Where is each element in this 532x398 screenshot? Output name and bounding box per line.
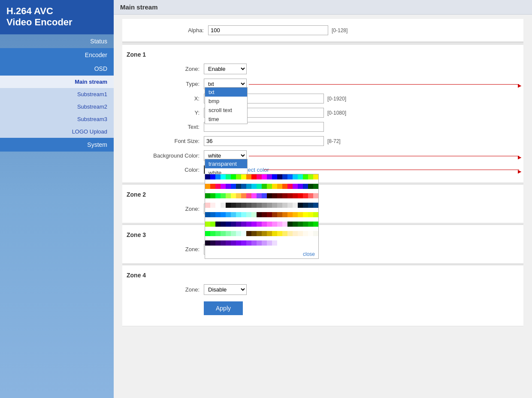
- color-cell[interactable]: [251, 222, 257, 227]
- zone1-fontsize-input[interactable]: [204, 136, 324, 146]
- color-cell[interactable]: [231, 231, 236, 236]
- color-cell[interactable]: [205, 184, 210, 189]
- color-cell[interactable]: [210, 193, 215, 198]
- color-cell[interactable]: [251, 184, 257, 189]
- color-cell[interactable]: [226, 212, 231, 217]
- sidebar-item-status[interactable]: Status: [0, 34, 114, 48]
- color-cell[interactable]: [308, 212, 313, 217]
- color-cell[interactable]: [272, 193, 277, 198]
- color-cell[interactable]: [262, 212, 267, 217]
- color-cell[interactable]: [303, 231, 308, 236]
- color-cell[interactable]: [215, 193, 221, 198]
- color-cell[interactable]: [282, 193, 287, 198]
- color-cell[interactable]: [251, 203, 257, 208]
- color-cell[interactable]: [282, 231, 287, 236]
- color-cell[interactable]: [210, 203, 215, 208]
- color-cell[interactable]: [251, 231, 257, 236]
- color-cell[interactable]: [313, 193, 318, 198]
- color-cell[interactable]: [215, 222, 221, 227]
- color-cell[interactable]: [221, 184, 226, 189]
- color-cell[interactable]: [205, 174, 210, 179]
- color-cell[interactable]: [303, 222, 308, 227]
- color-cell[interactable]: [277, 231, 282, 236]
- color-cell[interactable]: [246, 212, 251, 217]
- color-cell[interactable]: [246, 240, 251, 246]
- color-cell[interactable]: [262, 240, 267, 246]
- sidebar-item-main-stream[interactable]: Main stream: [0, 76, 114, 88]
- color-cell[interactable]: [277, 212, 282, 217]
- color-cell[interactable]: [282, 212, 287, 217]
- color-cell[interactable]: [205, 212, 210, 217]
- zone4-zone-select[interactable]: Disable Enable: [204, 284, 247, 295]
- color-cell[interactable]: [267, 203, 272, 208]
- color-cell[interactable]: [257, 240, 262, 246]
- color-cell[interactable]: [298, 231, 303, 236]
- color-cell[interactable]: [251, 240, 257, 246]
- color-cell[interactable]: [205, 193, 210, 198]
- color-cell[interactable]: [267, 184, 272, 189]
- color-cell[interactable]: [262, 193, 267, 198]
- color-cell[interactable]: [241, 203, 246, 208]
- color-cell[interactable]: [272, 184, 277, 189]
- color-cell[interactable]: [246, 222, 251, 227]
- color-cell[interactable]: [226, 203, 231, 208]
- color-cell[interactable]: [303, 184, 308, 189]
- bgcolor-option-transparent[interactable]: transparent: [205, 159, 247, 168]
- type-option-txt[interactable]: txt: [205, 88, 247, 97]
- color-cell[interactable]: [210, 174, 215, 179]
- color-cell[interactable]: [226, 222, 231, 227]
- color-cell[interactable]: [298, 174, 303, 179]
- color-cell[interactable]: [287, 184, 293, 189]
- color-cell[interactable]: [231, 240, 236, 246]
- color-cell[interactable]: [313, 184, 318, 189]
- color-cell[interactable]: [272, 212, 277, 217]
- color-cell[interactable]: [231, 184, 236, 189]
- color-cell[interactable]: [241, 231, 246, 236]
- color-cell[interactable]: [226, 184, 231, 189]
- color-cell[interactable]: [277, 193, 282, 198]
- sidebar-item-substream3[interactable]: Substream3: [0, 113, 114, 125]
- color-cell[interactable]: [246, 203, 251, 208]
- color-cell[interactable]: [246, 184, 251, 189]
- color-cell[interactable]: [262, 184, 267, 189]
- color-cell[interactable]: [313, 174, 318, 179]
- sidebar-item-encoder[interactable]: Encoder: [0, 48, 114, 62]
- color-cell[interactable]: [241, 193, 246, 198]
- color-cell[interactable]: [308, 174, 313, 179]
- sidebar-item-system[interactable]: System: [0, 138, 114, 152]
- color-cell[interactable]: [277, 222, 282, 227]
- color-cell[interactable]: [210, 212, 215, 217]
- color-cell[interactable]: [287, 231, 293, 236]
- color-cell[interactable]: [267, 174, 272, 179]
- color-cell[interactable]: [282, 174, 287, 179]
- color-cell[interactable]: [251, 212, 257, 217]
- color-cell[interactable]: [221, 240, 226, 246]
- color-cell[interactable]: [287, 193, 293, 198]
- type-option-scroll[interactable]: scroll text: [205, 106, 247, 115]
- color-cell[interactable]: [303, 174, 308, 179]
- color-cell[interactable]: [246, 231, 251, 236]
- type-option-time[interactable]: time: [205, 115, 247, 124]
- color-cell[interactable]: [293, 174, 298, 179]
- color-cell[interactable]: [287, 203, 293, 208]
- color-cell[interactable]: [293, 184, 298, 189]
- color-cell[interactable]: [272, 203, 277, 208]
- zone1-zone-select[interactable]: Enable Disable: [204, 64, 247, 74]
- color-cell[interactable]: [293, 231, 298, 236]
- color-cell[interactable]: [308, 193, 313, 198]
- color-cell[interactable]: [236, 222, 241, 227]
- color-cell[interactable]: [277, 174, 282, 179]
- color-cell[interactable]: [282, 203, 287, 208]
- color-cell[interactable]: [293, 193, 298, 198]
- color-cell[interactable]: [313, 222, 318, 227]
- color-cell[interactable]: [298, 193, 303, 198]
- color-cell[interactable]: [257, 193, 262, 198]
- color-cell[interactable]: [241, 184, 246, 189]
- color-cell[interactable]: [313, 231, 318, 236]
- color-cell[interactable]: [226, 193, 231, 198]
- color-cell[interactable]: [210, 222, 215, 227]
- color-picker-close[interactable]: close: [205, 250, 318, 258]
- color-cell[interactable]: [298, 212, 303, 217]
- color-cell[interactable]: [221, 212, 226, 217]
- color-cell[interactable]: [236, 203, 241, 208]
